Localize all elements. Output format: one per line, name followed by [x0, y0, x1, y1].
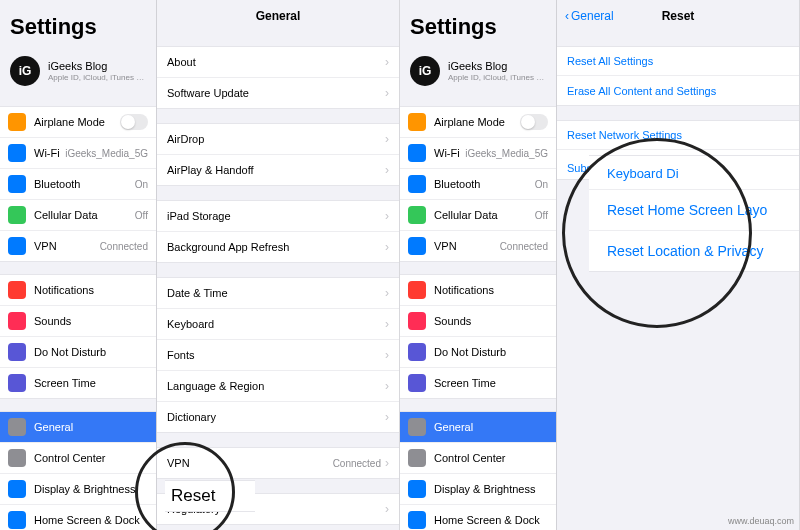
back-button[interactable]: ‹ General	[565, 9, 614, 23]
chevron-right-icon: ›	[385, 55, 389, 69]
sidebar-item-notifications[interactable]: Notifications	[400, 275, 556, 306]
reset-home-screen-layout[interactable]: Reset Home Screen Layo	[589, 190, 799, 231]
detail-title-2: Reset	[662, 9, 695, 23]
sidebar-item-homescreen[interactable]: Home Screen & Dock	[0, 505, 156, 530]
watermark: www.deuaq.com	[728, 516, 794, 526]
settings-title-2: Settings	[400, 0, 556, 50]
cellular-icon	[408, 206, 426, 224]
notifications-icon	[8, 281, 26, 299]
bluetooth-icon	[8, 175, 26, 193]
sidebar-item-label: Display & Brightness	[34, 483, 148, 495]
sidebar-item-control-center[interactable]: Control Center	[400, 443, 556, 474]
sidebar-item-general[interactable]: General	[0, 412, 156, 443]
general-icon	[408, 418, 426, 436]
sidebar-item-dnd[interactable]: Do Not Disturb	[400, 337, 556, 368]
sidebar-item-cellular[interactable]: Cellular DataOff	[400, 200, 556, 231]
vpn-row[interactable]: VPN Connected›	[157, 448, 399, 478]
chevron-right-icon: ›	[385, 410, 389, 424]
sidebar-item-notifications[interactable]: Notifications	[0, 275, 156, 306]
general-row-date-time[interactable]: Date & Time›	[157, 278, 399, 309]
sidebar-item-vpn[interactable]: VPNConnected	[400, 231, 556, 261]
sidebar-item-dnd[interactable]: Do Not Disturb	[0, 337, 156, 368]
sidebar-item-general[interactable]: General	[400, 412, 556, 443]
settings-sidebar: Settings iG iGeeks Blog Apple ID, iCloud…	[0, 0, 156, 530]
account-row[interactable]: iG iGeeks Blog Apple ID, iCloud, iTunes …	[0, 50, 156, 94]
reset-all-settings[interactable]: Reset All Settings	[557, 47, 799, 76]
chevron-right-icon: ›	[385, 132, 389, 146]
sidebar-item-label: VPN	[34, 240, 100, 252]
chevron-right-icon: ›	[385, 86, 389, 100]
sidebar-item-label: Bluetooth	[34, 178, 135, 190]
airplane-mode-icon	[408, 113, 426, 131]
general-row-dictionary[interactable]: Dictionary›	[157, 402, 399, 432]
sidebar-item-vpn[interactable]: VPNConnected	[0, 231, 156, 261]
detail-header-2: ‹ General Reset	[557, 0, 799, 32]
sidebar-item-label: Control Center	[34, 452, 148, 464]
sidebar-item-label: Sounds	[434, 315, 548, 327]
sidebar-item-bluetooth[interactable]: BluetoothOn	[0, 169, 156, 200]
general-row-language-region[interactable]: Language & Region›	[157, 371, 399, 402]
sidebar-item-label: Wi-Fi	[34, 147, 65, 159]
sidebar-item-label: General	[434, 421, 548, 433]
sidebar-item-control-center[interactable]: Control Center	[0, 443, 156, 474]
general-row-fonts[interactable]: Fonts›	[157, 340, 399, 371]
sidebar-item-label: Bluetooth	[434, 178, 535, 190]
settings-title: Settings	[0, 0, 156, 50]
reset-row[interactable]: Reset	[165, 480, 255, 512]
general-row-ipad-storage[interactable]: iPad Storage›	[157, 201, 399, 232]
dnd-icon	[8, 343, 26, 361]
toggle-switch[interactable]	[520, 114, 548, 130]
sidebar-item-airplane-mode[interactable]: Airplane Mode	[400, 107, 556, 138]
vpn-icon	[8, 237, 26, 255]
display-icon	[8, 480, 26, 498]
sidebar-item-screentime[interactable]: Screen Time	[400, 368, 556, 398]
airplane-mode-icon	[8, 113, 26, 131]
sidebar-item-label: General	[34, 421, 148, 433]
left-pane: Settings iG iGeeks Blog Apple ID, iCloud…	[0, 0, 400, 530]
toggle-switch[interactable]	[120, 114, 148, 130]
general-row-background-app-refresh[interactable]: Background App Refresh›	[157, 232, 399, 262]
reset-location-privacy[interactable]: Reset Location & Privacy	[589, 231, 799, 272]
sidebar-item-value: Off	[135, 210, 148, 221]
sidebar-item-label: Cellular Data	[34, 209, 135, 221]
sidebar-item-label: Airplane Mode	[34, 116, 120, 128]
sidebar-item-value: Connected	[500, 241, 548, 252]
right-pane: Settings iG iGeeks Blog Apple ID, iCloud…	[400, 0, 800, 530]
sidebar-item-homescreen[interactable]: Home Screen & Dock	[400, 505, 556, 530]
screentime-icon	[408, 374, 426, 392]
sidebar-item-bluetooth[interactable]: BluetoothOn	[400, 169, 556, 200]
sidebar-item-label: Screen Time	[434, 377, 548, 389]
reset-items-highlighted: Keyboard Di Reset Home Screen Layo Reset…	[589, 155, 799, 272]
chevron-right-icon: ›	[385, 317, 389, 331]
chevron-right-icon: ›	[385, 456, 389, 470]
homescreen-icon	[8, 511, 26, 529]
sidebar-item-display[interactable]: Display & Brightness	[0, 474, 156, 505]
general-detail: General About›Software Update›AirDrop›Ai…	[156, 0, 399, 530]
reset-network-settings[interactable]: Reset Network Settings	[557, 121, 799, 150]
sidebar-item-airplane-mode[interactable]: Airplane Mode	[0, 107, 156, 138]
sidebar-item-screentime[interactable]: Screen Time	[0, 368, 156, 398]
sidebar-item-sounds[interactable]: Sounds	[0, 306, 156, 337]
general-row-airdrop[interactable]: AirDrop›	[157, 124, 399, 155]
sidebar-item-wifi[interactable]: Wi-FiiGeeks_Media_5G	[0, 138, 156, 169]
sidebar-item-display[interactable]: Display & Brightness	[400, 474, 556, 505]
sidebar-item-sounds[interactable]: Sounds	[400, 306, 556, 337]
account-row-2[interactable]: iG iGeeks Blog Apple ID, iCloud, iTunes …	[400, 50, 556, 94]
general-row-software-update[interactable]: Software Update›	[157, 78, 399, 108]
reset-keyboard-dictionary[interactable]: Keyboard Di	[589, 155, 799, 190]
sidebar-item-value: Off	[535, 210, 548, 221]
sidebar-item-label: Control Center	[434, 452, 548, 464]
chevron-right-icon: ›	[385, 240, 389, 254]
detail-header: General	[157, 0, 399, 32]
erase-all-content[interactable]: Erase All Content and Settings	[557, 76, 799, 105]
sidebar-item-wifi[interactable]: Wi-FiiGeeks_Media_5G	[400, 138, 556, 169]
general-row-about[interactable]: About›	[157, 47, 399, 78]
general-icon	[8, 418, 26, 436]
general-row-keyboard[interactable]: Keyboard›	[157, 309, 399, 340]
account-sub: Apple ID, iCloud, iTunes & App St…	[48, 73, 148, 82]
screentime-icon	[8, 374, 26, 392]
cellular-icon	[8, 206, 26, 224]
general-row-airplay-handoff[interactable]: AirPlay & Handoff›	[157, 155, 399, 185]
sidebar-item-cellular[interactable]: Cellular DataOff	[0, 200, 156, 231]
sounds-icon	[408, 312, 426, 330]
